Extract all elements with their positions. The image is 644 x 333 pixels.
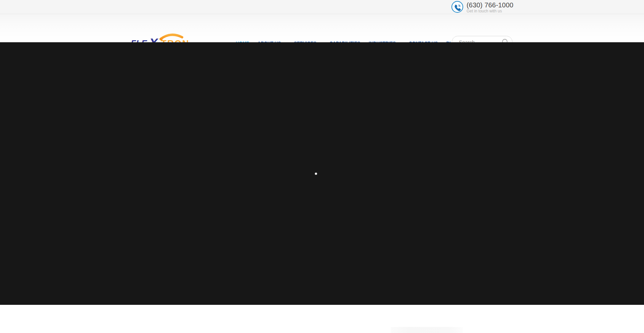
main-header: FLE X TRON CIRCUIT ASSEMBLY HOME ABOUT U…	[0, 14, 644, 42]
footer-area	[0, 305, 644, 333]
footer-loading-shimmer	[391, 327, 463, 333]
phone-icon	[451, 1, 463, 13]
loader-dot	[315, 173, 317, 175]
phone-texts: (630) 766-1000 Get in touch with us	[467, 1, 514, 13]
page: (630) 766-1000 Get in touch with us	[0, 0, 644, 333]
phone-tagline: Get in touch with us	[467, 9, 514, 13]
hero-slider-loading	[0, 42, 644, 305]
phone-contact-widget: (630) 766-1000 Get in touch with us	[451, 1, 514, 13]
phone-number-link[interactable]: (630) 766-1000	[467, 1, 514, 9]
top-contact-bar: (630) 766-1000 Get in touch with us	[0, 0, 644, 14]
